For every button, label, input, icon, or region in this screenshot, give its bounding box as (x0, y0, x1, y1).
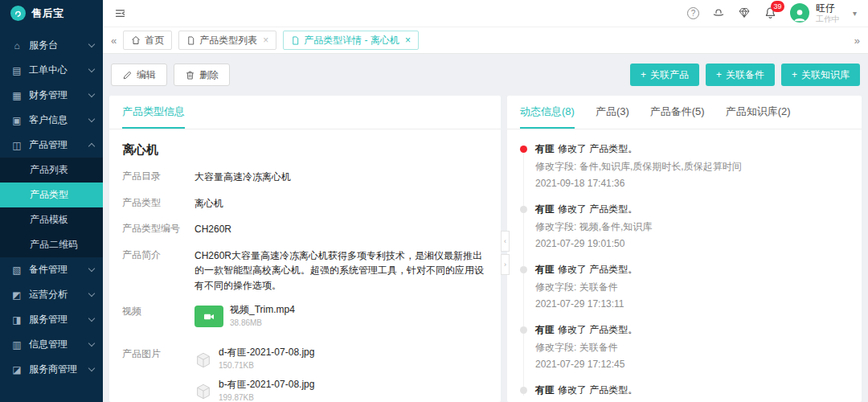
detail-field: 产品类型离心机 (122, 196, 488, 211)
product-icon: ◫ (11, 140, 23, 151)
sidebar-nav: ⌂服务台▤工单中心▦财务管理▣客户信息◫产品管理产品列表产品类型产品模板产品二维… (0, 27, 103, 402)
sidebar-item-information[interactable]: ▥信息管理 (0, 332, 103, 357)
incognito-icon[interactable] (712, 6, 725, 19)
sidebar-subitem-label: 产品列表 (30, 163, 68, 177)
collapse-right-icon[interactable]: › (501, 254, 510, 275)
toolbar-actions: +关联产品+关联备件+关联知识库 (630, 64, 860, 86)
tab-product-type-info[interactable]: 产品类型信息 (122, 96, 185, 129)
activity-action: 修改了 产品类型。 (558, 384, 637, 396)
video-file-row[interactable]: 视频_Trim.mp4 38.86MB (194, 305, 488, 330)
activity-detail: 修改字段: 关联备件 (535, 341, 849, 355)
tab-product-type-detail[interactable]: 产品类型详情 - 离心机× (283, 31, 419, 50)
video-field: 视频 视频_Trim.mp4 38.86MB (122, 305, 488, 337)
field-label: 产品简介 (122, 248, 194, 293)
detail-field: 产品类型编号CH260R (122, 222, 488, 237)
tab-activity-knowledge[interactable]: 产品知识库(2) (726, 96, 791, 129)
user-menu-caret-icon[interactable]: ▾ (853, 9, 857, 18)
sidebar-item-providers[interactable]: ◪服务商管理 (0, 357, 103, 382)
sidebar-item-spare-parts[interactable]: ▧备件管理 (0, 257, 103, 282)
chevron-down-icon (88, 91, 95, 97)
sidebar-subitem-product-type[interactable]: 产品类型 (0, 183, 103, 207)
customer-icon: ▣ (11, 115, 23, 126)
sidebar-item-work-orders[interactable]: ▤工单中心 (0, 58, 103, 83)
file-row[interactable]: d-有匪-2021-07-08.jpg150.71KB (194, 347, 488, 372)
activity-entry: 有匪修改了 产品类型。修改字段: 关联备件2021-07-29 17:13:11 (520, 263, 849, 323)
file-size: 150.71KB (219, 359, 314, 372)
video-file-icon (194, 306, 223, 327)
tab-activity-feed[interactable]: 动态信息(8) (520, 96, 575, 129)
sidebar-subitem-product-list[interactable]: 产品列表 (0, 158, 103, 183)
app-logo-icon (10, 6, 26, 21)
tab-home[interactable]: 首页 (123, 31, 172, 50)
field-label: 产品目录 (122, 170, 194, 185)
tabs-scroll-right-icon[interactable]: » (854, 35, 860, 47)
workorder-icon: ▤ (11, 65, 23, 76)
sidebar-subitem-product-qrcode[interactable]: 产品二维码 (0, 232, 103, 257)
trash-icon (185, 70, 195, 80)
activity-entry-title: 有匪修改了 产品类型。 (535, 384, 849, 397)
sidebar-item-label: 服务台 (29, 39, 83, 52)
activity-entry-title: 有匪修改了 产品类型。 (535, 203, 849, 216)
activity-time: 2021-07-29 19:01:50 (535, 238, 849, 249)
activity-time: 2021-07-29 17:12:45 (535, 359, 849, 370)
file-name: d-有匪-2021-07-08.jpg (219, 347, 314, 358)
timeline-dot (520, 387, 527, 394)
link-spare-part-button[interactable]: +关联备件 (706, 64, 775, 86)
video-file-name: 视频_Trim.mp4 (230, 305, 295, 315)
tab-product-type-list[interactable]: 产品类型列表× (178, 31, 276, 50)
tabs-scroll-left-icon[interactable]: « (111, 35, 117, 47)
analytics-icon: ◩ (11, 289, 23, 301)
sidebar-item-finance[interactable]: ▦财务管理 (0, 83, 103, 108)
product-type-card-body: 离心机 产品目录大容量高速冷冻离心机产品类型离心机产品类型编号CH260R产品简… (109, 129, 501, 402)
sidebar-item-label: 服务商管理 (29, 363, 83, 376)
video-field-value: 视频_Trim.mp4 38.86MB (194, 305, 488, 337)
activity-actor: 有匪 (535, 203, 555, 215)
tab-activity-spare-parts[interactable]: 产品备件(5) (650, 96, 705, 129)
sidebar-item-products[interactable]: ◫产品管理 (0, 133, 103, 158)
activity-actor: 有匪 (535, 143, 555, 154)
link-product-button[interactable]: +关联产品 (630, 64, 699, 86)
chevron-down-icon (88, 66, 95, 72)
sidebar-item-label: 信息管理 (29, 338, 83, 351)
sidebar-item-label: 运营分析 (29, 288, 83, 302)
edit-button[interactable]: 编辑 (111, 64, 167, 86)
notification-badge: 39 (771, 1, 784, 12)
link-knowledge-button[interactable]: +关联知识库 (781, 64, 860, 86)
activity-action: 修改了 产品类型。 (558, 264, 637, 275)
sidebar-item-analytics[interactable]: ◩运营分析 (0, 282, 103, 307)
delete-button-label: 删除 (199, 68, 219, 82)
diamond-icon[interactable] (738, 6, 751, 19)
sidebar-item-label: 工单中心 (29, 64, 83, 77)
workspace-tabbar: « 首页产品类型列表×产品类型详情 - 离心机× » (103, 27, 868, 54)
sidebar-item-service-mgmt[interactable]: ◨服务管理 (0, 307, 103, 332)
sidebar-fold-icon[interactable] (114, 7, 126, 19)
sidebar-item-service-desk[interactable]: ⌂服务台 (0, 33, 103, 58)
file-size: 199.87KB (219, 392, 314, 402)
collapse-left-icon[interactable]: ‹ (501, 231, 510, 252)
tab-activity-products[interactable]: 产品(3) (596, 96, 629, 129)
app-logo: 售后宝 (0, 0, 103, 27)
avatar[interactable] (790, 3, 809, 23)
sidebar-subitem-label: 产品类型 (30, 188, 68, 202)
close-icon[interactable]: × (263, 35, 268, 46)
notifications-bell-icon[interactable]: 39 (764, 6, 777, 20)
sidebar-item-customers[interactable]: ▣客户信息 (0, 108, 103, 133)
topbar-actions: ? 39 旺仔 工作中 ▾ (687, 3, 857, 23)
activity-detail: 修改字段: 视频,备件,知识库 (535, 220, 849, 234)
tab-label: 产品类型详情 - 离心机 (304, 34, 399, 47)
help-icon[interactable]: ? (687, 7, 699, 19)
app-logo-text: 售后宝 (31, 6, 64, 21)
sidebar-subitem-product-template[interactable]: 产品模板 (0, 207, 103, 232)
delete-button[interactable]: 删除 (174, 64, 230, 86)
edit-button-label: 编辑 (137, 68, 156, 82)
file-row[interactable]: b-有匪-2021-07-08.jpg199.87KB (194, 379, 488, 402)
home-icon (131, 35, 141, 45)
activity-action: 修改了 产品类型。 (558, 143, 637, 154)
video-file-meta: 视频_Trim.mp4 38.86MB (230, 305, 295, 330)
timeline-dot (520, 326, 527, 334)
document-icon (186, 36, 195, 45)
detail-fields: 产品目录大容量高速冷冻离心机产品类型离心机产品类型编号CH260R产品简介CH2… (122, 170, 488, 293)
activity-actor: 有匪 (535, 264, 555, 275)
close-icon[interactable]: × (405, 35, 411, 46)
file-meta: b-有匪-2021-07-08.jpg199.87KB (219, 379, 314, 402)
